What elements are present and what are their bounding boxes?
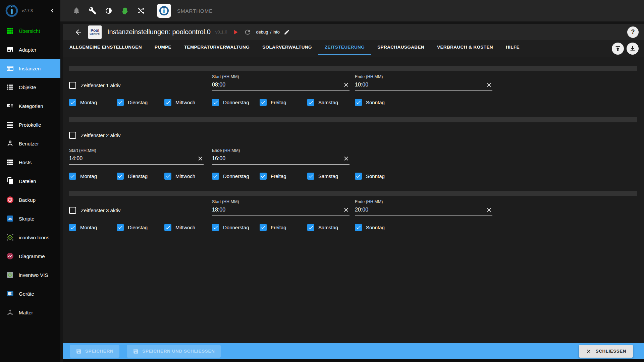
checkbox-checked[interactable] bbox=[307, 224, 314, 231]
weekday-checkbox-mittwoch[interactable]: Mittwoch bbox=[164, 173, 212, 180]
checkbox-unchecked[interactable] bbox=[69, 207, 76, 214]
start-time-input[interactable] bbox=[69, 156, 197, 162]
collapse-sidebar-icon[interactable] bbox=[49, 7, 56, 14]
checkbox-checked[interactable] bbox=[117, 99, 124, 106]
tab-zeitsteuerung[interactable]: ZEITSTEUERUNG bbox=[318, 40, 371, 55]
checkbox-checked[interactable] bbox=[260, 99, 267, 106]
weekday-checkbox-montag[interactable]: Montag bbox=[69, 224, 117, 231]
clear-icon[interactable] bbox=[486, 81, 492, 88]
sidebar-item-skripte[interactable]: JSSkripte bbox=[0, 209, 60, 228]
checkbox-checked[interactable] bbox=[117, 224, 124, 231]
weekday-checkbox-montag[interactable]: Montag bbox=[69, 99, 117, 106]
back-arrow-icon[interactable] bbox=[74, 28, 83, 36]
checkbox-checked[interactable] bbox=[307, 99, 314, 106]
checkbox-checked[interactable] bbox=[164, 99, 171, 106]
checkbox-checked[interactable] bbox=[355, 224, 362, 231]
tab-sprachausgaben[interactable]: SPRACHAUSGABEN bbox=[371, 40, 431, 55]
sidebar-item-instanzen[interactable]: Instanzen bbox=[0, 59, 60, 78]
tab-pumpe[interactable]: PUMPE bbox=[148, 40, 178, 55]
timewindow-3-active-checkbox[interactable]: Zeitfenster 3 aktiv bbox=[69, 205, 212, 216]
clear-icon[interactable] bbox=[343, 81, 350, 88]
weekday-checkbox-dienstag[interactable]: Dienstag bbox=[117, 173, 164, 180]
system-settings-wrench-icon[interactable] bbox=[89, 7, 97, 15]
close-button[interactable]: SCHLIESSEN bbox=[579, 345, 633, 358]
weekday-checkbox-sonntag[interactable]: Sonntag bbox=[355, 99, 402, 106]
checkbox-unchecked[interactable] bbox=[69, 82, 76, 89]
save-button[interactable]: SPEICHERN bbox=[70, 345, 119, 358]
sidebar-item-matter[interactable]: Matter bbox=[0, 303, 60, 322]
weekday-checkbox-samstag[interactable]: Samstag bbox=[307, 99, 355, 106]
edit-log-level-pencil-icon[interactable] bbox=[284, 29, 290, 35]
sidebar-item-benutzer[interactable]: Benutzer bbox=[0, 134, 60, 153]
tab-temperaturverwaltung[interactable]: TEMPERATURVERWALTUNG bbox=[178, 40, 256, 55]
weekday-checkbox-freitag[interactable]: Freitag bbox=[260, 99, 307, 106]
theme-toggle-contrast-icon[interactable] bbox=[105, 7, 113, 15]
timewindow-1-active-checkbox[interactable]: Zeitfenster 1 aktiv bbox=[69, 80, 212, 91]
checkbox-checked[interactable] bbox=[355, 99, 362, 106]
import-settings-button[interactable] bbox=[612, 43, 624, 55]
checkbox-checked[interactable] bbox=[212, 173, 219, 180]
sidebar-item-diagramme[interactable]: Diagramme bbox=[0, 247, 60, 265]
checkbox-checked[interactable] bbox=[260, 173, 267, 180]
expert-mode-off-icon[interactable] bbox=[137, 7, 145, 15]
end-time-input[interactable] bbox=[212, 156, 343, 162]
checkbox-checked[interactable] bbox=[307, 173, 314, 180]
end-time-input[interactable] bbox=[355, 82, 486, 88]
notifications-bell-icon[interactable] bbox=[72, 7, 80, 15]
weekday-checkbox-samstag[interactable]: Samstag bbox=[307, 173, 355, 180]
sidebar-item-inventwo-vis[interactable]: inventwo VIS bbox=[0, 265, 60, 284]
checkbox-checked[interactable] bbox=[355, 173, 362, 180]
start-time-input[interactable] bbox=[212, 82, 343, 88]
checkbox-unchecked[interactable] bbox=[69, 132, 76, 139]
weekday-checkbox-dienstag[interactable]: Dienstag bbox=[117, 99, 164, 106]
weekday-checkbox-mittwoch[interactable]: Mittwoch bbox=[164, 99, 212, 106]
weekday-checkbox-sonntag[interactable]: Sonntag bbox=[355, 224, 402, 231]
help-button[interactable]: ? bbox=[627, 26, 639, 38]
checkbox-checked[interactable] bbox=[69, 224, 76, 231]
checkbox-checked[interactable] bbox=[164, 173, 171, 180]
checkbox-checked[interactable] bbox=[260, 224, 267, 231]
weekday-checkbox-sonntag[interactable]: Sonntag bbox=[355, 173, 402, 180]
checkbox-checked[interactable] bbox=[212, 99, 219, 106]
end-time-input[interactable] bbox=[355, 207, 486, 213]
sidebar-item-backup[interactable]: Backup bbox=[0, 190, 60, 209]
clear-icon[interactable] bbox=[486, 206, 492, 213]
weekday-checkbox-freitag[interactable]: Freitag bbox=[260, 173, 307, 180]
weekday-checkbox-montag[interactable]: Montag bbox=[69, 173, 117, 180]
instance-running-play-icon[interactable] bbox=[232, 28, 239, 36]
tab-allgemeine-einstellungen[interactable]: ALLGEMEINE EINSTELLUNGEN bbox=[63, 40, 148, 55]
tab-hilfe[interactable]: HILFE bbox=[499, 40, 526, 55]
weekday-checkbox-mittwoch[interactable]: Mittwoch bbox=[164, 224, 212, 231]
guided-tour-head-icon[interactable] bbox=[121, 7, 129, 15]
weekday-checkbox-donnerstag[interactable]: Donnerstag bbox=[212, 99, 260, 106]
sidebar-item-icontwo-icons[interactable]: icontwo Icons bbox=[0, 228, 60, 247]
export-settings-button[interactable] bbox=[627, 43, 639, 55]
sidebar-item-objekte[interactable]: Objekte bbox=[0, 78, 60, 97]
weekday-checkbox-donnerstag[interactable]: Donnerstag bbox=[212, 224, 260, 231]
restart-instance-icon[interactable] bbox=[244, 28, 251, 36]
checkbox-checked[interactable] bbox=[117, 173, 124, 180]
tab-solarverwaltung[interactable]: SOLARVERWALTUNG bbox=[256, 40, 318, 55]
clear-icon[interactable] bbox=[343, 206, 350, 213]
sidebar-item-bersicht[interactable]: Übersicht bbox=[0, 21, 60, 40]
sidebar-item-ger-te[interactable]: Geräte bbox=[0, 284, 60, 303]
weekday-checkbox-donnerstag[interactable]: Donnerstag bbox=[212, 173, 260, 180]
clear-icon[interactable] bbox=[343, 155, 350, 162]
sidebar-item-adapter[interactable]: Adapter bbox=[0, 40, 60, 59]
app-logo-badge-icon[interactable] bbox=[157, 4, 171, 18]
start-time-input[interactable] bbox=[212, 207, 343, 213]
checkbox-checked[interactable] bbox=[164, 224, 171, 231]
save-and-close-button[interactable]: SPEICHERN UND SCHLIESSEN bbox=[127, 345, 221, 358]
clear-icon[interactable] bbox=[197, 155, 204, 162]
weekday-checkbox-freitag[interactable]: Freitag bbox=[260, 224, 307, 231]
checkbox-checked[interactable] bbox=[212, 224, 219, 231]
sidebar-item-kategorien[interactable]: Kategorien bbox=[0, 97, 60, 115]
tab-verbrauch-kosten[interactable]: VERBRAUCH & KOSTEN bbox=[431, 40, 499, 55]
sidebar-item-dateien[interactable]: Dateien bbox=[0, 172, 60, 190]
weekday-checkbox-samstag[interactable]: Samstag bbox=[307, 224, 355, 231]
sidebar-item-hosts[interactable]: Hosts bbox=[0, 153, 60, 172]
checkbox-checked[interactable] bbox=[69, 173, 76, 180]
sidebar-item-protokolle[interactable]: Protokolle bbox=[0, 115, 60, 134]
checkbox-checked[interactable] bbox=[69, 99, 76, 106]
weekday-checkbox-dienstag[interactable]: Dienstag bbox=[117, 224, 164, 231]
